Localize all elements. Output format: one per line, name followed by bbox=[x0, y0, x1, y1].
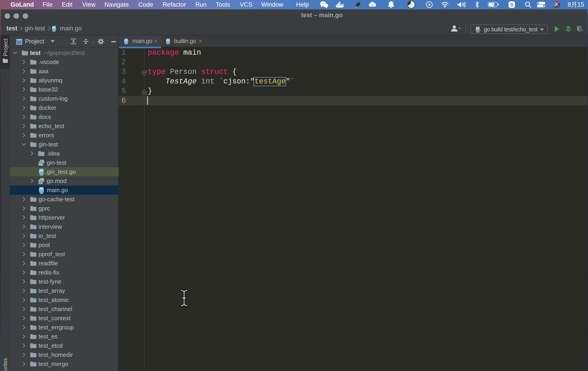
svg-text:YML: YML bbox=[39, 163, 43, 166]
svg-text:KU: KU bbox=[371, 4, 373, 6]
svg-text:S: S bbox=[510, 2, 514, 8]
